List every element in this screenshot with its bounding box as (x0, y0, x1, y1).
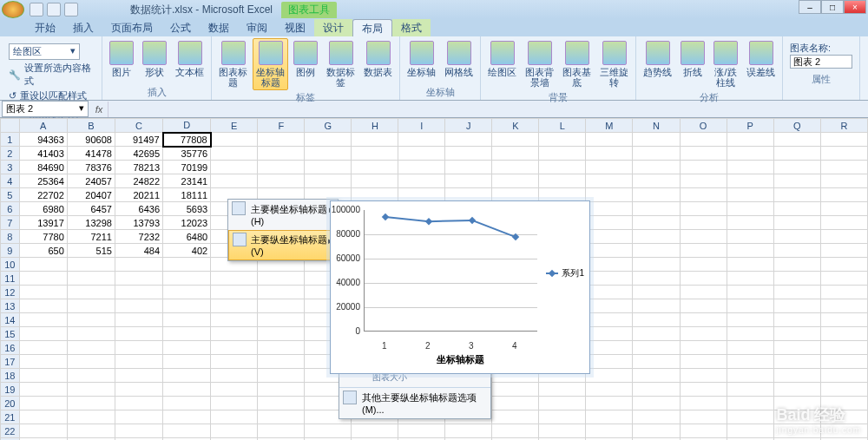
cell[interactable] (633, 188, 680, 202)
row-header[interactable]: 13 (1, 299, 20, 313)
cell[interactable] (539, 161, 586, 174)
cell[interactable]: 23141 (163, 174, 211, 188)
cell[interactable]: 78376 (67, 161, 115, 174)
cell[interactable] (633, 369, 680, 383)
ribbon-btn-数据表[interactable]: 数据表 (360, 38, 396, 90)
cell[interactable]: 7780 (19, 230, 67, 244)
row-header[interactable]: 4 (1, 174, 20, 188)
cell[interactable] (820, 188, 867, 202)
cell[interactable] (115, 397, 162, 410)
cell[interactable] (773, 188, 820, 202)
cell[interactable] (586, 410, 633, 424)
cell[interactable] (539, 383, 586, 397)
cell[interactable] (305, 147, 352, 161)
cell[interactable] (680, 147, 727, 161)
cell[interactable] (539, 397, 586, 410)
cell[interactable] (258, 286, 305, 299)
cell[interactable] (211, 424, 258, 438)
cell[interactable] (586, 147, 633, 161)
cell[interactable] (773, 286, 820, 299)
cell[interactable] (492, 410, 539, 424)
cell[interactable] (163, 341, 211, 355)
cell[interactable] (67, 299, 115, 313)
cell[interactable] (258, 424, 305, 438)
cell[interactable] (773, 299, 820, 313)
cell[interactable] (445, 424, 492, 438)
row-header[interactable]: 16 (1, 341, 20, 355)
cell[interactable]: 35776 (163, 147, 211, 161)
cell[interactable]: 24057 (67, 174, 115, 188)
cell[interactable] (445, 161, 492, 174)
cell[interactable] (680, 258, 727, 272)
cell[interactable] (727, 355, 773, 369)
row-header[interactable]: 10 (1, 258, 20, 272)
tab-页面布局[interactable]: 页面布局 (102, 19, 161, 36)
col-header[interactable]: G (305, 119, 352, 133)
cell[interactable] (67, 410, 115, 424)
row-header[interactable]: 18 (1, 369, 20, 383)
cell[interactable] (820, 313, 867, 327)
cell[interactable] (258, 355, 305, 369)
col-header[interactable]: E (211, 119, 258, 133)
cell[interactable] (586, 230, 633, 244)
cell[interactable] (258, 174, 305, 188)
col-header[interactable]: F (258, 119, 305, 133)
cell[interactable] (727, 341, 773, 355)
cell[interactable] (727, 258, 773, 272)
cell[interactable] (115, 313, 162, 327)
cell[interactable] (352, 147, 398, 161)
row-header[interactable]: 15 (1, 327, 20, 341)
cell[interactable] (820, 244, 867, 258)
row-header[interactable]: 8 (1, 230, 20, 244)
cell[interactable] (258, 161, 305, 174)
row-header[interactable]: 21 (1, 410, 20, 424)
cell[interactable] (820, 286, 867, 299)
cell[interactable] (67, 397, 115, 410)
ribbon-btn-图表基底[interactable]: 图表基底 (559, 38, 595, 90)
cell[interactable] (633, 410, 680, 424)
cell[interactable] (633, 174, 680, 188)
cell[interactable] (211, 133, 258, 147)
cell[interactable]: 402 (163, 244, 211, 258)
cell[interactable] (163, 424, 211, 438)
cell[interactable] (258, 341, 305, 355)
cell[interactable] (820, 147, 867, 161)
col-header[interactable]: O (680, 119, 727, 133)
cell[interactable] (586, 161, 633, 174)
cell[interactable] (773, 174, 820, 188)
cell[interactable] (586, 216, 633, 230)
ribbon-btn-数据标签[interactable]: 数据标签 (323, 38, 358, 90)
cell[interactable] (19, 313, 67, 327)
cell[interactable] (820, 355, 867, 369)
cell[interactable] (211, 410, 258, 424)
cell[interactable] (19, 272, 67, 286)
cell[interactable] (67, 424, 115, 438)
cell[interactable] (586, 383, 633, 397)
cell[interactable] (258, 369, 305, 383)
cell[interactable] (727, 133, 773, 147)
cell[interactable] (586, 133, 633, 147)
cell[interactable] (258, 299, 305, 313)
cell[interactable] (727, 327, 773, 341)
menu-item-more-options[interactable]: 其他主要纵坐标轴标题选项(M)... (339, 388, 490, 418)
row-header[interactable]: 20 (1, 397, 20, 410)
cell[interactable] (586, 424, 633, 438)
cell[interactable] (211, 272, 258, 286)
col-header[interactable]: L (539, 119, 586, 133)
cell[interactable]: 90608 (67, 133, 115, 147)
cell[interactable] (773, 147, 820, 161)
ribbon-btn-网格线[interactable]: 网格线 (441, 38, 477, 85)
cell[interactable] (19, 327, 67, 341)
cell[interactable] (19, 410, 67, 424)
qat-save-icon[interactable] (30, 3, 43, 16)
cell[interactable] (773, 383, 820, 397)
cell[interactable] (19, 341, 67, 355)
cell[interactable] (258, 313, 305, 327)
cell[interactable]: 6480 (163, 230, 211, 244)
ribbon-btn-三维旋转[interactable]: 三维旋转 (596, 38, 632, 90)
row-header[interactable]: 1 (1, 133, 20, 147)
cell[interactable] (773, 216, 820, 230)
cell[interactable] (19, 299, 67, 313)
cell[interactable]: 22702 (19, 188, 67, 202)
x-axis-title[interactable]: 坐标轴标题 (331, 353, 589, 366)
